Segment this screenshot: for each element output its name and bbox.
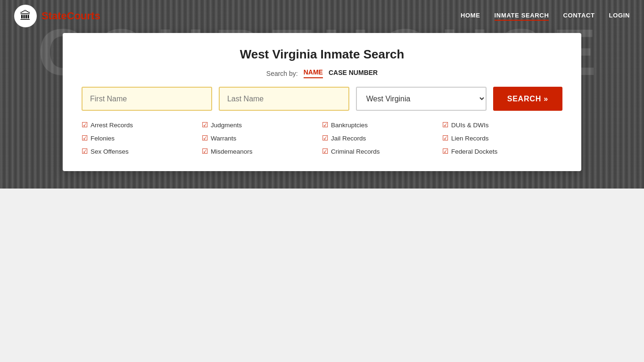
nav-login[interactable]: LOGIN <box>609 12 630 21</box>
checkbox-label: Bankruptcies <box>331 122 368 129</box>
logo-icon: 🏛 <box>14 5 37 27</box>
checkbox-item: ☑Bankruptcies <box>322 119 442 131</box>
checkbox-icon: ☑ <box>442 147 448 156</box>
checkbox-icon: ☑ <box>322 147 328 156</box>
checkbox-icon: ☑ <box>442 121 448 129</box>
checkbox-label: Criminal Records <box>331 148 380 155</box>
checkbox-label: Lien Records <box>451 135 489 142</box>
checkbox-icon: ☑ <box>322 134 328 142</box>
checkboxes-area: ☑Arrest Records☑Judgments☑Bankruptcies☑D… <box>82 119 562 157</box>
checkbox-item: ☑Misdemeanors <box>202 146 322 157</box>
checkbox-label: Arrest Records <box>91 122 133 129</box>
checkbox-item: ☑Warrants <box>202 132 322 144</box>
tab-case-number[interactable]: CASE NUMBER <box>329 69 378 78</box>
search-button[interactable]: SEARCH » <box>493 87 562 111</box>
search-by-label: Search by: <box>266 70 298 77</box>
search-card-title: West Virginia Inmate Search <box>82 47 562 62</box>
checkbox-icon: ☑ <box>322 121 328 129</box>
checkbox-label: Sex Offenses <box>91 148 129 155</box>
checkbox-label: Felonies <box>91 135 115 142</box>
nav-contact[interactable]: CONTACT <box>563 12 594 21</box>
checkbox-icon: ☑ <box>82 147 88 156</box>
checkbox-label: Judgments <box>211 122 242 129</box>
search-by-row: Search by: NAME CASE NUMBER <box>82 68 562 78</box>
checkbox-label: Federal Dockets <box>451 148 497 155</box>
checkbox-item: ☑Federal Dockets <box>442 146 562 157</box>
nav-links: HOME INMATE SEARCH CONTACT LOGIN <box>461 12 630 21</box>
state-select[interactable]: West Virginia <box>356 87 487 111</box>
checkbox-label: Warrants <box>211 135 236 142</box>
checkbox-item: ☑DUIs & DWIs <box>442 119 562 131</box>
search-card: West Virginia Inmate Search Search by: N… <box>63 33 581 171</box>
checkbox-label: Misdemeanors <box>211 148 253 155</box>
checkbox-item: ☑Lien Records <box>442 132 562 144</box>
checkbox-item: ☑Criminal Records <box>322 146 442 157</box>
checkbox-item: ☑Judgments <box>202 119 322 131</box>
logo-text: StateCourts <box>41 10 100 22</box>
checkbox-icon: ☑ <box>202 147 208 156</box>
checkbox-item: ☑Arrest Records <box>82 119 202 131</box>
checkbox-item: ☑Jail Records <box>322 132 442 144</box>
building-icon: 🏛 <box>20 9 31 23</box>
checkbox-icon: ☑ <box>202 121 208 129</box>
checkbox-label: Jail Records <box>331 135 366 142</box>
checkbox-icon: ☑ <box>202 134 208 142</box>
tab-name[interactable]: NAME <box>304 68 323 78</box>
checkbox-icon: ☑ <box>82 121 88 129</box>
checkbox-label: DUIs & DWIs <box>451 122 489 129</box>
checkbox-icon: ☑ <box>442 134 448 142</box>
header: COURTHOUSE 🏛 StateCourts HOME INMATE SEA… <box>0 0 644 189</box>
nav-inmate-search[interactable]: INMATE SEARCH <box>495 12 549 21</box>
checkbox-item: ☑Sex Offenses <box>82 146 202 157</box>
first-name-input[interactable] <box>82 87 212 111</box>
last-name-input[interactable] <box>219 87 349 111</box>
nav-home[interactable]: HOME <box>461 12 480 21</box>
logo[interactable]: 🏛 StateCourts <box>14 5 100 27</box>
checkbox-item: ☑Felonies <box>82 132 202 144</box>
search-inputs-row: West Virginia SEARCH » <box>82 87 562 111</box>
top-nav: 🏛 StateCourts HOME INMATE SEARCH CONTACT… <box>0 0 644 32</box>
checkbox-icon: ☑ <box>82 134 88 142</box>
